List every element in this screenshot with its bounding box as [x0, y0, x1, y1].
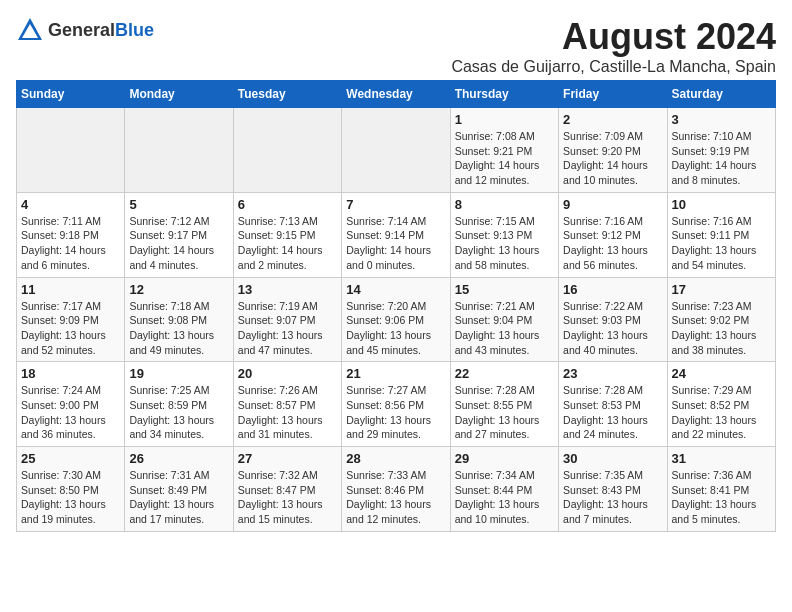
day-detail: Sunrise: 7:28 AM Sunset: 8:55 PM Dayligh…	[455, 383, 554, 442]
calendar-cell: 10Sunrise: 7:16 AM Sunset: 9:11 PM Dayli…	[667, 192, 775, 277]
day-number: 21	[346, 366, 445, 381]
calendar-cell: 6Sunrise: 7:13 AM Sunset: 9:15 PM Daylig…	[233, 192, 341, 277]
day-detail: Sunrise: 7:10 AM Sunset: 9:19 PM Dayligh…	[672, 129, 771, 188]
day-detail: Sunrise: 7:28 AM Sunset: 8:53 PM Dayligh…	[563, 383, 662, 442]
calendar-cell: 11Sunrise: 7:17 AM Sunset: 9:09 PM Dayli…	[17, 277, 125, 362]
day-detail: Sunrise: 7:32 AM Sunset: 8:47 PM Dayligh…	[238, 468, 337, 527]
day-number: 8	[455, 197, 554, 212]
day-number: 23	[563, 366, 662, 381]
day-detail: Sunrise: 7:30 AM Sunset: 8:50 PM Dayligh…	[21, 468, 120, 527]
logo-general-text: General	[48, 20, 115, 40]
day-detail: Sunrise: 7:25 AM Sunset: 8:59 PM Dayligh…	[129, 383, 228, 442]
calendar-cell: 25Sunrise: 7:30 AM Sunset: 8:50 PM Dayli…	[17, 447, 125, 532]
calendar-cell: 27Sunrise: 7:32 AM Sunset: 8:47 PM Dayli…	[233, 447, 341, 532]
days-of-week-row: Sunday Monday Tuesday Wednesday Thursday…	[17, 81, 776, 108]
day-detail: Sunrise: 7:16 AM Sunset: 9:12 PM Dayligh…	[563, 214, 662, 273]
day-detail: Sunrise: 7:22 AM Sunset: 9:03 PM Dayligh…	[563, 299, 662, 358]
calendar-cell: 5Sunrise: 7:12 AM Sunset: 9:17 PM Daylig…	[125, 192, 233, 277]
col-monday: Monday	[125, 81, 233, 108]
day-detail: Sunrise: 7:26 AM Sunset: 8:57 PM Dayligh…	[238, 383, 337, 442]
calendar-cell: 14Sunrise: 7:20 AM Sunset: 9:06 PM Dayli…	[342, 277, 450, 362]
day-number: 7	[346, 197, 445, 212]
calendar-cell: 9Sunrise: 7:16 AM Sunset: 9:12 PM Daylig…	[559, 192, 667, 277]
calendar-cell: 19Sunrise: 7:25 AM Sunset: 8:59 PM Dayli…	[125, 362, 233, 447]
day-number: 31	[672, 451, 771, 466]
calendar-cell: 7Sunrise: 7:14 AM Sunset: 9:14 PM Daylig…	[342, 192, 450, 277]
logo-blue-text: Blue	[115, 20, 154, 40]
calendar-cell	[342, 108, 450, 193]
day-detail: Sunrise: 7:23 AM Sunset: 9:02 PM Dayligh…	[672, 299, 771, 358]
calendar-cell: 30Sunrise: 7:35 AM Sunset: 8:43 PM Dayli…	[559, 447, 667, 532]
day-detail: Sunrise: 7:35 AM Sunset: 8:43 PM Dayligh…	[563, 468, 662, 527]
day-number: 18	[21, 366, 120, 381]
calendar-cell: 13Sunrise: 7:19 AM Sunset: 9:07 PM Dayli…	[233, 277, 341, 362]
day-detail: Sunrise: 7:13 AM Sunset: 9:15 PM Dayligh…	[238, 214, 337, 273]
calendar-cell: 3Sunrise: 7:10 AM Sunset: 9:19 PM Daylig…	[667, 108, 775, 193]
logo-icon	[16, 16, 44, 44]
col-sunday: Sunday	[17, 81, 125, 108]
day-detail: Sunrise: 7:36 AM Sunset: 8:41 PM Dayligh…	[672, 468, 771, 527]
day-number: 6	[238, 197, 337, 212]
calendar-week-3: 11Sunrise: 7:17 AM Sunset: 9:09 PM Dayli…	[17, 277, 776, 362]
calendar-cell: 23Sunrise: 7:28 AM Sunset: 8:53 PM Dayli…	[559, 362, 667, 447]
calendar-week-2: 4Sunrise: 7:11 AM Sunset: 9:18 PM Daylig…	[17, 192, 776, 277]
calendar-cell	[125, 108, 233, 193]
calendar-cell	[233, 108, 341, 193]
calendar-cell: 31Sunrise: 7:36 AM Sunset: 8:41 PM Dayli…	[667, 447, 775, 532]
day-detail: Sunrise: 7:31 AM Sunset: 8:49 PM Dayligh…	[129, 468, 228, 527]
day-number: 14	[346, 282, 445, 297]
day-number: 9	[563, 197, 662, 212]
calendar-header: Sunday Monday Tuesday Wednesday Thursday…	[17, 81, 776, 108]
month-title: August 2024	[451, 16, 776, 58]
calendar-cell: 8Sunrise: 7:15 AM Sunset: 9:13 PM Daylig…	[450, 192, 558, 277]
day-number: 10	[672, 197, 771, 212]
day-number: 29	[455, 451, 554, 466]
calendar-cell: 21Sunrise: 7:27 AM Sunset: 8:56 PM Dayli…	[342, 362, 450, 447]
day-number: 22	[455, 366, 554, 381]
calendar-cell: 22Sunrise: 7:28 AM Sunset: 8:55 PM Dayli…	[450, 362, 558, 447]
day-detail: Sunrise: 7:34 AM Sunset: 8:44 PM Dayligh…	[455, 468, 554, 527]
calendar-cell: 18Sunrise: 7:24 AM Sunset: 9:00 PM Dayli…	[17, 362, 125, 447]
day-detail: Sunrise: 7:09 AM Sunset: 9:20 PM Dayligh…	[563, 129, 662, 188]
calendar-cell: 28Sunrise: 7:33 AM Sunset: 8:46 PM Dayli…	[342, 447, 450, 532]
day-number: 2	[563, 112, 662, 127]
day-detail: Sunrise: 7:20 AM Sunset: 9:06 PM Dayligh…	[346, 299, 445, 358]
day-number: 12	[129, 282, 228, 297]
day-number: 15	[455, 282, 554, 297]
calendar-cell: 15Sunrise: 7:21 AM Sunset: 9:04 PM Dayli…	[450, 277, 558, 362]
day-detail: Sunrise: 7:12 AM Sunset: 9:17 PM Dayligh…	[129, 214, 228, 273]
day-detail: Sunrise: 7:33 AM Sunset: 8:46 PM Dayligh…	[346, 468, 445, 527]
calendar-body: 1Sunrise: 7:08 AM Sunset: 9:21 PM Daylig…	[17, 108, 776, 532]
col-saturday: Saturday	[667, 81, 775, 108]
day-detail: Sunrise: 7:19 AM Sunset: 9:07 PM Dayligh…	[238, 299, 337, 358]
calendar-cell: 4Sunrise: 7:11 AM Sunset: 9:18 PM Daylig…	[17, 192, 125, 277]
location-title: Casas de Guijarro, Castille-La Mancha, S…	[451, 58, 776, 76]
col-tuesday: Tuesday	[233, 81, 341, 108]
day-number: 25	[21, 451, 120, 466]
calendar-cell: 20Sunrise: 7:26 AM Sunset: 8:57 PM Dayli…	[233, 362, 341, 447]
calendar-week-1: 1Sunrise: 7:08 AM Sunset: 9:21 PM Daylig…	[17, 108, 776, 193]
calendar-cell: 29Sunrise: 7:34 AM Sunset: 8:44 PM Dayli…	[450, 447, 558, 532]
calendar-cell: 17Sunrise: 7:23 AM Sunset: 9:02 PM Dayli…	[667, 277, 775, 362]
day-number: 3	[672, 112, 771, 127]
day-number: 11	[21, 282, 120, 297]
calendar-cell	[17, 108, 125, 193]
calendar-table: Sunday Monday Tuesday Wednesday Thursday…	[16, 80, 776, 532]
title-area: August 2024 Casas de Guijarro, Castille-…	[451, 16, 776, 76]
day-number: 16	[563, 282, 662, 297]
day-detail: Sunrise: 7:08 AM Sunset: 9:21 PM Dayligh…	[455, 129, 554, 188]
day-detail: Sunrise: 7:24 AM Sunset: 9:00 PM Dayligh…	[21, 383, 120, 442]
calendar-cell: 24Sunrise: 7:29 AM Sunset: 8:52 PM Dayli…	[667, 362, 775, 447]
calendar-cell: 1Sunrise: 7:08 AM Sunset: 9:21 PM Daylig…	[450, 108, 558, 193]
day-detail: Sunrise: 7:27 AM Sunset: 8:56 PM Dayligh…	[346, 383, 445, 442]
day-number: 28	[346, 451, 445, 466]
day-number: 4	[21, 197, 120, 212]
day-detail: Sunrise: 7:21 AM Sunset: 9:04 PM Dayligh…	[455, 299, 554, 358]
day-number: 13	[238, 282, 337, 297]
day-number: 17	[672, 282, 771, 297]
calendar-cell: 26Sunrise: 7:31 AM Sunset: 8:49 PM Dayli…	[125, 447, 233, 532]
day-number: 26	[129, 451, 228, 466]
calendar-cell: 12Sunrise: 7:18 AM Sunset: 9:08 PM Dayli…	[125, 277, 233, 362]
col-wednesday: Wednesday	[342, 81, 450, 108]
day-number: 20	[238, 366, 337, 381]
